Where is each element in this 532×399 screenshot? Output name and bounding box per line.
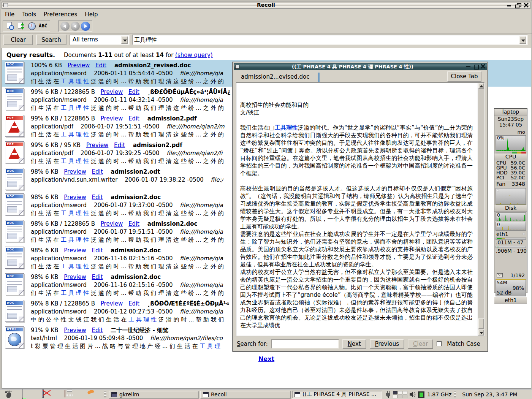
edit-link[interactable]: Edit — [92, 327, 103, 334]
preview-tab[interactable]: admission2...evised.doc — [237, 72, 317, 82]
preview-titlebar[interactable]: ((工 PHRASE 4 具 PHRASE 4 理 PHRASE 4 性)) — [234, 63, 487, 70]
preview-link[interactable]: Preview — [64, 274, 86, 280]
results-range: 1-11 — [98, 52, 112, 59]
terminal-icon[interactable] — [22, 390, 31, 399]
close-icon[interactable] — [524, 3, 529, 8]
doc-lines-decoration — [7, 280, 22, 285]
preview-link[interactable]: Preview — [68, 62, 90, 69]
menu-help[interactable]: Help — [85, 11, 98, 18]
taskbar-window-button[interactable]: ((工 PHRASE 4 具 PHRASE ... — [292, 391, 382, 399]
preview-link[interactable]: Preview — [86, 142, 108, 149]
edit-link[interactable]: Edit — [128, 220, 139, 227]
result-title: admission2.doc — [111, 194, 161, 201]
preview-link[interactable]: Preview — [64, 327, 86, 334]
speaker-icon[interactable] — [409, 391, 416, 397]
term-explorer-icon[interactable]: ÂBĈ — [38, 21, 48, 31]
result-title: 二十一世纪经济 - 细览 — [111, 327, 168, 334]
recoll-titlebar[interactable]: Recoll — [2, 2, 530, 9]
preview-scrollbar[interactable] — [478, 83, 484, 336]
sort-parameters-icon[interactable] — [16, 21, 26, 31]
firefox-icon[interactable] — [87, 390, 96, 399]
result-title: admission2.doc — [111, 274, 161, 280]
task-buttons: gkrellm Recoll ((工 PHRASE 4 具 PHRASE ... — [109, 391, 382, 399]
typewriter-icon[interactable] — [65, 390, 74, 399]
edit-link[interactable]: Edit — [128, 115, 139, 122]
memory-used: 54M — [497, 280, 507, 285]
results-count-text: Documents — [64, 52, 97, 59]
show-query-link[interactable]: (show query) — [175, 52, 213, 59]
find-next-button[interactable]: Next — [342, 339, 366, 349]
edit-link[interactable]: Edit — [92, 247, 103, 254]
preview-link[interactable]: Preview — [101, 300, 123, 307]
first-page-icon[interactable] — [60, 22, 70, 31]
taskbar-clock[interactable]: Sun Sep 23, 3:47 PM — [462, 391, 517, 397]
preview-link[interactable]: Preview — [101, 115, 123, 122]
taskbar-window-button[interactable]: Recoll — [200, 391, 291, 399]
previous-page-icon[interactable] — [71, 22, 80, 31]
edit-link[interactable]: Edit — [92, 274, 103, 280]
workspace-pager[interactable] — [393, 391, 407, 398]
minimize-icon[interactable] — [507, 3, 512, 8]
edit-link[interactable]: Edit — [128, 300, 139, 307]
gnome-menu-icon[interactable] — [4, 390, 13, 399]
document-history-icon[interactable] — [27, 21, 37, 31]
screensaver-icon[interactable] — [42, 390, 51, 399]
next-page-icon[interactable] — [81, 22, 90, 31]
preview-minimize-icon[interactable] — [466, 64, 471, 69]
menu-file[interactable]: File — [5, 11, 14, 18]
edit-link[interactable]: Edit — [128, 89, 139, 95]
preview-link[interactable]: Preview — [64, 168, 86, 175]
doc-lines-decoration — [7, 95, 22, 100]
preview-window-menu-icon[interactable] — [235, 65, 239, 69]
search-input[interactable] — [134, 36, 518, 44]
result-url: file:///home/qian2/files/co — [150, 335, 223, 342]
doc-table-decoration — [7, 181, 17, 187]
history-dropdown-icon[interactable] — [519, 36, 526, 44]
chevron-down-icon[interactable] — [121, 36, 128, 44]
search-mode-select[interactable]: All terms — [70, 35, 130, 45]
edit-link[interactable]: Edit — [114, 142, 125, 149]
match-case-checkbox[interactable] — [437, 341, 442, 346]
gkrellm-hostname: laptop — [494, 109, 527, 116]
result-mimetype: application/msword — [31, 202, 87, 209]
find-input[interactable] — [271, 339, 339, 348]
page-fold-decoration — [19, 343, 24, 348]
preview-text[interactable]: 高校招生的社会功能和目的文/钱江我们生活在□工具理性泛滥的时代。作为“世之显学”… — [236, 82, 484, 336]
result-url: file:///home/qian2/m — [166, 123, 224, 130]
result-mimetype: application/pdf — [31, 150, 73, 157]
clear-button[interactable]: Clear — [3, 35, 33, 45]
result-snippet: 们 生 活 在 工 具 理 性 泛 滥 的 时 ... 帮 助 我 们 理 清 … — [31, 263, 224, 271]
taskbar-window-button[interactable]: gkrellm — [109, 391, 199, 399]
edit-link[interactable]: Edit — [92, 168, 103, 175]
result-relevance-size: 98% 6 KB — [31, 247, 59, 254]
search-button[interactable]: Search — [36, 35, 66, 45]
scroll-down-icon[interactable] — [478, 329, 484, 336]
maximize-icon[interactable] — [515, 3, 520, 8]
file-type-icon: DOC — [5, 273, 25, 296]
result-relevance-size: 98% 6 KB — [31, 274, 59, 280]
advanced-search-icon[interactable] — [5, 21, 15, 31]
battery-monitor-icon[interactable] — [418, 391, 424, 398]
file-format-badge: DOC — [6, 89, 23, 93]
snippet-highlight: 工 具 理 性 — [61, 210, 89, 217]
preview-link[interactable]: Preview — [101, 220, 123, 227]
preview-close-icon[interactable] — [481, 64, 485, 69]
file-format-badge: DOC — [6, 248, 23, 252]
close-tab-button[interactable]: Close Tab — [447, 71, 481, 82]
result-text: 98% 6 KB Preview Edit admission2.odt app… — [31, 168, 223, 191]
edit-link[interactable]: Edit — [95, 62, 106, 69]
scroll-up-icon[interactable] — [478, 83, 484, 89]
preview-link[interactable]: Preview — [64, 247, 86, 254]
next-page-link[interactable]: Next — [2, 355, 531, 363]
menu-tools[interactable]: Tools — [22, 11, 36, 18]
power-plug-icon[interactable] — [385, 391, 391, 398]
edit-link[interactable]: Edit — [92, 194, 103, 201]
scroll-thumb[interactable] — [478, 318, 484, 329]
find-previous-button[interactable]: Previous — [370, 339, 404, 349]
results-title: Query results. — [6, 51, 55, 59]
menu-preferences[interactable]: Preferences — [44, 11, 77, 18]
result-snippet: 们 生 活 在 工 具 理 性 泛 滥 的 时 ... 帮 助 我 们 理 清 … — [31, 157, 224, 165]
preview-link[interactable]: Preview — [64, 194, 86, 201]
preview-maximize-icon[interactable] — [473, 64, 478, 69]
preview-link[interactable]: Preview — [101, 89, 123, 95]
